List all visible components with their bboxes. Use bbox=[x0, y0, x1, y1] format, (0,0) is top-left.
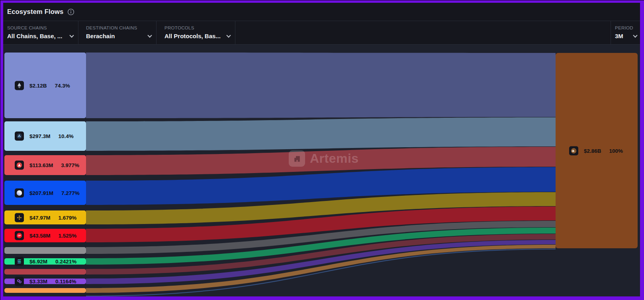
node-label-avalanche: $113.63M3.977% bbox=[15, 161, 79, 170]
node-value: $113.63M bbox=[29, 162, 53, 168]
node-pct: 7.277% bbox=[61, 190, 80, 196]
node-label-optimism: OP$43.58M1.525% bbox=[15, 231, 76, 240]
node-pct: 10.4% bbox=[59, 133, 74, 139]
bnb-icon bbox=[15, 213, 24, 222]
node-pct: 1.679% bbox=[59, 214, 77, 220]
node-pct: 100% bbox=[609, 148, 623, 154]
artemis-watermark-text: Artemis bbox=[310, 151, 359, 166]
node-label-arbitrum: $297.3M10.4% bbox=[15, 132, 74, 141]
solana-icon bbox=[15, 257, 24, 266]
optimism-icon: OP bbox=[15, 231, 24, 240]
berachain-icon bbox=[569, 146, 578, 155]
node-value: $297.3M bbox=[29, 133, 51, 139]
node-value: $207.91M bbox=[29, 190, 53, 196]
sankey-node-chain-9[interactable] bbox=[4, 269, 86, 275]
node-label-ethereum: $2.12B74.3% bbox=[15, 81, 70, 90]
artemis-watermark: Artemis bbox=[289, 150, 359, 167]
sankey-chart bbox=[0, 0, 644, 300]
node-label-base: $207.91M7.277% bbox=[15, 188, 80, 197]
node-value: $2.86B bbox=[584, 148, 601, 154]
polygon-icon bbox=[15, 277, 24, 286]
base-icon bbox=[15, 188, 24, 197]
node-label-bnb: $47.97M1.679% bbox=[15, 213, 76, 222]
node-label-solana: $6.92M0.2421% bbox=[15, 257, 76, 266]
node-pct: 1.525% bbox=[59, 233, 77, 239]
sankey-node-chain-11[interactable] bbox=[4, 288, 86, 293]
node-label-polygon: $3.33M0.1164% bbox=[15, 277, 76, 286]
sankey-flow-arbitrum[interactable] bbox=[86, 117, 556, 151]
ethereum-icon bbox=[15, 81, 24, 90]
avalanche-icon bbox=[15, 161, 24, 170]
node-value: $47.97M bbox=[29, 214, 51, 220]
node-value: $3.33M bbox=[29, 279, 47, 284]
node-value: $6.92M bbox=[29, 259, 47, 265]
node-value: $43.58M bbox=[29, 233, 51, 239]
artemis-logo-icon bbox=[289, 150, 305, 167]
sankey-flow-ethereum[interactable] bbox=[86, 53, 556, 118]
node-pct: 3.977% bbox=[61, 162, 79, 168]
node-pct: 74.3% bbox=[55, 82, 70, 88]
sankey-node-chain-7[interactable] bbox=[4, 247, 86, 254]
ecosystem-flows-panel: Ecosystem Flows SOURCE CHAINS All Chains… bbox=[0, 0, 644, 300]
node-pct: 0.2421% bbox=[55, 259, 76, 265]
app-window: { "header": { "title": "Ecosystem Flows"… bbox=[0, 0, 644, 300]
node-pct: 0.1164% bbox=[55, 279, 76, 284]
node-value: $2.12B bbox=[29, 82, 47, 88]
arbitrum-icon bbox=[15, 132, 24, 141]
svg-text:OP: OP bbox=[18, 234, 21, 237]
node-label-berachain: $2.86B100% bbox=[569, 146, 623, 155]
